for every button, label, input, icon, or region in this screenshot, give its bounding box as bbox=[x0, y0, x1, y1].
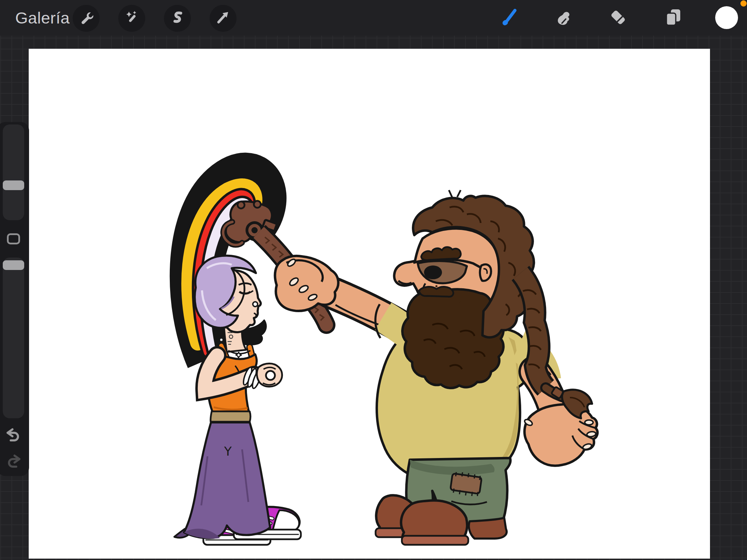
redo-arrow-icon bbox=[6, 454, 21, 470]
man-character bbox=[275, 190, 598, 545]
gripping-fist bbox=[275, 256, 338, 311]
undo-button[interactable] bbox=[5, 428, 22, 444]
undo-arrow-icon bbox=[6, 428, 21, 444]
smudge-finger-icon bbox=[553, 7, 575, 30]
layers-icon bbox=[662, 7, 684, 30]
brush-size-slider-handle[interactable] bbox=[3, 180, 24, 190]
artwork: Y bbox=[29, 49, 710, 559]
earring bbox=[220, 338, 223, 342]
top-toolbar: Galería bbox=[0, 0, 747, 36]
modify-button[interactable] bbox=[7, 233, 20, 244]
opacity-slider-handle[interactable] bbox=[3, 260, 24, 270]
actions-button[interactable] bbox=[73, 5, 100, 32]
woman-character: Y bbox=[174, 179, 326, 545]
brush-size-slider[interactable] bbox=[3, 124, 24, 220]
layers-button[interactable] bbox=[660, 5, 686, 32]
redo-button[interactable] bbox=[5, 455, 22, 470]
woman-skirt: Y bbox=[174, 422, 270, 539]
color-swatch-circle bbox=[713, 4, 740, 32]
color-button[interactable] bbox=[713, 5, 740, 32]
drawing-canvas[interactable]: Y bbox=[29, 49, 710, 559]
adjustments-button[interactable] bbox=[118, 5, 145, 32]
nose-ring bbox=[253, 302, 258, 307]
brush-icon bbox=[498, 7, 520, 30]
selection-button[interactable] bbox=[164, 5, 191, 32]
procreate-window: Y bbox=[0, 0, 747, 560]
move-arrow-icon bbox=[214, 9, 232, 28]
man-strap-arm bbox=[275, 256, 413, 338]
transform-button[interactable] bbox=[210, 5, 237, 32]
man-braid bbox=[520, 273, 592, 418]
erase-tool-button[interactable] bbox=[605, 5, 632, 32]
paint-tool-button[interactable] bbox=[496, 5, 523, 32]
gallery-button[interactable]: Galería bbox=[15, 0, 70, 36]
eraser-icon bbox=[607, 7, 629, 30]
sidebar-sliders bbox=[0, 122, 29, 476]
skirt-mark: Y bbox=[224, 444, 232, 458]
s-curve-icon bbox=[168, 9, 186, 28]
wrench-icon bbox=[77, 9, 95, 28]
opacity-slider[interactable] bbox=[3, 258, 24, 418]
waistband bbox=[211, 411, 251, 422]
magic-wand-icon bbox=[123, 9, 141, 28]
smudge-tool-button[interactable] bbox=[550, 5, 577, 32]
recording-indicator-dot bbox=[740, 0, 747, 7]
